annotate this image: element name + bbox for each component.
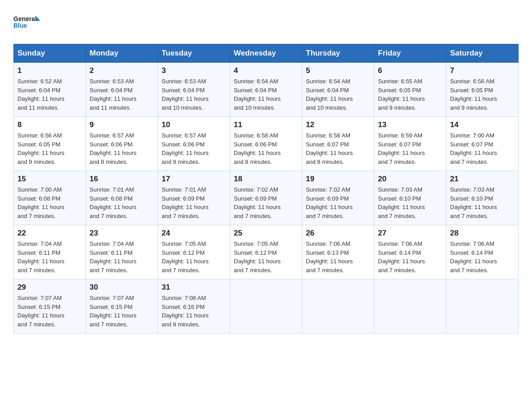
day-number: 23 bbox=[90, 229, 154, 238]
calendar-cell: 20Sunrise: 7:03 AMSunset: 6:10 PMDayligh… bbox=[374, 171, 446, 225]
day-number: 27 bbox=[378, 229, 442, 238]
day-number: 20 bbox=[378, 175, 442, 184]
day-number: 19 bbox=[306, 175, 370, 184]
calendar-cell: 16Sunrise: 7:01 AMSunset: 6:08 PMDayligh… bbox=[86, 171, 158, 225]
day-number: 5 bbox=[306, 66, 370, 75]
day-info: Sunrise: 7:01 AMSunset: 6:09 PMDaylight:… bbox=[162, 185, 226, 220]
day-number: 11 bbox=[234, 120, 298, 129]
calendar-cell: 27Sunrise: 7:06 AMSunset: 6:14 PMDayligh… bbox=[374, 225, 446, 279]
day-info: Sunrise: 7:03 AMSunset: 6:10 PMDaylight:… bbox=[450, 185, 515, 220]
day-info: Sunrise: 7:06 AMSunset: 6:14 PMDaylight:… bbox=[450, 240, 515, 274]
calendar-week-row: 8Sunrise: 6:56 AMSunset: 6:05 PMDaylight… bbox=[14, 117, 519, 171]
svg-text:General: General bbox=[13, 15, 37, 22]
day-number: 12 bbox=[306, 120, 370, 129]
day-info: Sunrise: 6:57 AMSunset: 6:06 PMDaylight:… bbox=[162, 131, 226, 166]
svg-text:Blue: Blue bbox=[13, 22, 27, 29]
day-info: Sunrise: 6:58 AMSunset: 6:07 PMDaylight:… bbox=[306, 131, 370, 166]
calendar-cell: 25Sunrise: 7:05 AMSunset: 6:12 PMDayligh… bbox=[230, 225, 302, 279]
calendar-cell: 30Sunrise: 7:07 AMSunset: 6:15 PMDayligh… bbox=[86, 279, 158, 334]
day-number: 3 bbox=[162, 66, 226, 75]
calendar-cell: 13Sunrise: 6:59 AMSunset: 6:07 PMDayligh… bbox=[374, 117, 446, 171]
calendar-cell bbox=[446, 279, 519, 334]
day-info: Sunrise: 7:07 AMSunset: 6:15 PMDaylight:… bbox=[17, 294, 82, 329]
logo-svg: General Blue bbox=[13, 9, 43, 36]
calendar-cell: 9Sunrise: 6:57 AMSunset: 6:06 PMDaylight… bbox=[86, 117, 158, 171]
day-number: 4 bbox=[234, 66, 298, 75]
calendar-table: SundayMondayTuesdayWednesdayThursdayFrid… bbox=[13, 44, 519, 334]
day-number: 15 bbox=[17, 175, 82, 184]
day-info: Sunrise: 7:07 AMSunset: 6:15 PMDaylight:… bbox=[90, 294, 154, 329]
weekday-header-wednesday: Wednesday bbox=[230, 44, 302, 63]
calendar-cell bbox=[302, 279, 374, 334]
weekday-header-sunday: Sunday bbox=[14, 44, 86, 63]
calendar-cell bbox=[230, 279, 302, 334]
day-number: 25 bbox=[234, 229, 298, 238]
calendar-cell: 21Sunrise: 7:03 AMSunset: 6:10 PMDayligh… bbox=[446, 171, 519, 225]
day-number: 7 bbox=[450, 66, 515, 75]
calendar-cell: 14Sunrise: 7:00 AMSunset: 6:07 PMDayligh… bbox=[446, 117, 519, 171]
calendar-cell: 29Sunrise: 7:07 AMSunset: 6:15 PMDayligh… bbox=[14, 279, 86, 334]
day-info: Sunrise: 7:00 AMSunset: 6:07 PMDaylight:… bbox=[450, 131, 515, 166]
calendar-cell: 19Sunrise: 7:02 AMSunset: 6:09 PMDayligh… bbox=[302, 171, 374, 225]
calendar-cell bbox=[374, 279, 446, 334]
day-number: 21 bbox=[450, 175, 515, 184]
calendar-cell: 22Sunrise: 7:04 AMSunset: 6:11 PMDayligh… bbox=[14, 225, 86, 279]
page-header: General Blue bbox=[13, 9, 519, 36]
day-number: 2 bbox=[90, 66, 154, 75]
calendar-cell: 28Sunrise: 7:06 AMSunset: 6:14 PMDayligh… bbox=[446, 225, 519, 279]
calendar-cell: 1Sunrise: 6:52 AMSunset: 6:04 PMDaylight… bbox=[14, 63, 86, 117]
day-info: Sunrise: 6:54 AMSunset: 6:04 PMDaylight:… bbox=[306, 77, 370, 112]
day-info: Sunrise: 7:04 AMSunset: 6:11 PMDaylight:… bbox=[90, 240, 154, 274]
day-info: Sunrise: 7:06 AMSunset: 6:13 PMDaylight:… bbox=[306, 240, 370, 274]
day-number: 14 bbox=[450, 120, 515, 129]
calendar-cell: 7Sunrise: 6:56 AMSunset: 6:05 PMDaylight… bbox=[446, 63, 519, 117]
calendar-cell: 6Sunrise: 6:55 AMSunset: 6:05 PMDaylight… bbox=[374, 63, 446, 117]
calendar-cell: 3Sunrise: 6:53 AMSunset: 6:04 PMDaylight… bbox=[158, 63, 230, 117]
day-number: 30 bbox=[90, 283, 154, 292]
calendar-week-row: 29Sunrise: 7:07 AMSunset: 6:15 PMDayligh… bbox=[14, 279, 519, 334]
calendar-cell: 17Sunrise: 7:01 AMSunset: 6:09 PMDayligh… bbox=[158, 171, 230, 225]
calendar-cell: 15Sunrise: 7:00 AMSunset: 6:08 PMDayligh… bbox=[14, 171, 86, 225]
day-info: Sunrise: 7:02 AMSunset: 6:09 PMDaylight:… bbox=[306, 185, 370, 220]
day-info: Sunrise: 6:59 AMSunset: 6:07 PMDaylight:… bbox=[378, 131, 442, 166]
calendar-week-row: 22Sunrise: 7:04 AMSunset: 6:11 PMDayligh… bbox=[14, 225, 519, 279]
weekday-header-thursday: Thursday bbox=[302, 44, 374, 63]
day-info: Sunrise: 6:52 AMSunset: 6:04 PMDaylight:… bbox=[17, 77, 82, 112]
day-number: 28 bbox=[450, 229, 515, 238]
day-number: 29 bbox=[17, 283, 82, 292]
day-info: Sunrise: 7:02 AMSunset: 6:09 PMDaylight:… bbox=[234, 185, 298, 220]
calendar-cell: 26Sunrise: 7:06 AMSunset: 6:13 PMDayligh… bbox=[302, 225, 374, 279]
weekday-header-friday: Friday bbox=[374, 44, 446, 63]
day-number: 17 bbox=[162, 175, 226, 184]
calendar-cell: 8Sunrise: 6:56 AMSunset: 6:05 PMDaylight… bbox=[14, 117, 86, 171]
calendar-cell: 31Sunrise: 7:08 AMSunset: 6:16 PMDayligh… bbox=[158, 279, 230, 334]
day-number: 31 bbox=[162, 283, 226, 292]
calendar-cell: 23Sunrise: 7:04 AMSunset: 6:11 PMDayligh… bbox=[86, 225, 158, 279]
day-info: Sunrise: 6:56 AMSunset: 6:05 PMDaylight:… bbox=[450, 77, 515, 112]
day-info: Sunrise: 6:54 AMSunset: 6:04 PMDaylight:… bbox=[234, 77, 298, 112]
calendar-cell: 10Sunrise: 6:57 AMSunset: 6:06 PMDayligh… bbox=[158, 117, 230, 171]
day-info: Sunrise: 7:05 AMSunset: 6:12 PMDaylight:… bbox=[234, 240, 298, 274]
day-number: 26 bbox=[306, 229, 370, 238]
calendar-cell: 5Sunrise: 6:54 AMSunset: 6:04 PMDaylight… bbox=[302, 63, 374, 117]
logo: General Blue bbox=[13, 9, 43, 36]
day-info: Sunrise: 7:00 AMSunset: 6:08 PMDaylight:… bbox=[17, 185, 82, 220]
day-info: Sunrise: 7:01 AMSunset: 6:08 PMDaylight:… bbox=[90, 185, 154, 220]
day-number: 9 bbox=[90, 120, 154, 129]
calendar-week-row: 15Sunrise: 7:00 AMSunset: 6:08 PMDayligh… bbox=[14, 171, 519, 225]
day-info: Sunrise: 6:56 AMSunset: 6:05 PMDaylight:… bbox=[17, 131, 82, 166]
calendar-cell: 2Sunrise: 6:53 AMSunset: 6:04 PMDaylight… bbox=[86, 63, 158, 117]
calendar-week-row: 1Sunrise: 6:52 AMSunset: 6:04 PMDaylight… bbox=[14, 63, 519, 117]
day-info: Sunrise: 7:05 AMSunset: 6:12 PMDaylight:… bbox=[162, 240, 226, 274]
day-number: 16 bbox=[90, 175, 154, 184]
weekday-header-tuesday: Tuesday bbox=[158, 44, 230, 63]
calendar-cell: 4Sunrise: 6:54 AMSunset: 6:04 PMDaylight… bbox=[230, 63, 302, 117]
day-info: Sunrise: 6:53 AMSunset: 6:04 PMDaylight:… bbox=[90, 77, 154, 112]
day-info: Sunrise: 7:06 AMSunset: 6:14 PMDaylight:… bbox=[378, 240, 442, 274]
day-info: Sunrise: 6:58 AMSunset: 6:06 PMDaylight:… bbox=[234, 131, 298, 166]
svg-marker-1 bbox=[36, 17, 40, 21]
day-number: 6 bbox=[378, 66, 442, 75]
day-info: Sunrise: 6:53 AMSunset: 6:04 PMDaylight:… bbox=[162, 77, 226, 112]
day-number: 13 bbox=[378, 120, 442, 129]
day-number: 8 bbox=[17, 120, 82, 129]
